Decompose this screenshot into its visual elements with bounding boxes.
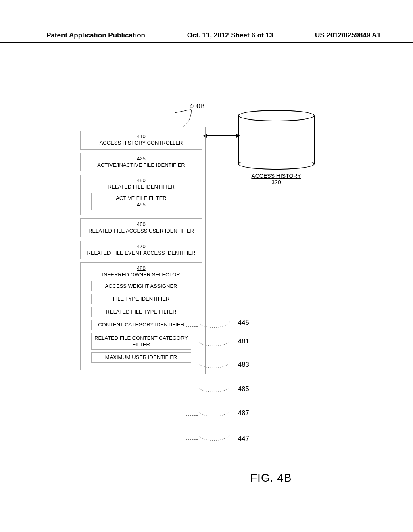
- callout-leader: [186, 345, 198, 345]
- header-right: US 2012/0259849 A1: [315, 31, 381, 39]
- submodule-name: FILE TYPE IDENTIFIER: [113, 296, 170, 302]
- callout-leader: [186, 326, 198, 327]
- callout-487: 487: [238, 409, 249, 417]
- submodule-485: CONTENT CATEGORY IDENTIFIER: [91, 320, 191, 330]
- database-cylinder-icon: ACCESS HISTORY 320: [238, 110, 315, 168]
- module-name: ACTIVE/INACTIVE FILE IDENTIFIER: [97, 162, 185, 168]
- callout-leader: [186, 415, 198, 416]
- module-ref: 460: [137, 221, 146, 227]
- submodule-name: RELATED FILE CONTENT CATEGORY FILTER: [94, 335, 188, 347]
- callout-leader: [186, 439, 198, 440]
- database-title: ACCESS HISTORY: [251, 172, 301, 179]
- db-connector-line: [206, 135, 238, 136]
- page-header: Patent Application Publication Oct. 11, …: [0, 31, 413, 43]
- system-ref-leader: [177, 110, 192, 127]
- callout-curve: [198, 434, 230, 441]
- submodule-455: ACTIVE FILE FILTER 455: [91, 193, 191, 210]
- callout-485: 485: [238, 385, 249, 393]
- callout-481: 481: [238, 338, 249, 345]
- callout-447: 447: [238, 435, 249, 443]
- module-ref: 425: [137, 156, 146, 162]
- submodule-name: ACCESS WEIGHT ASSIGNER: [105, 283, 177, 289]
- callout-483: 483: [238, 361, 249, 368]
- module-ref: 470: [137, 243, 146, 249]
- header-center: Oct. 11, 2012 Sheet 6 of 13: [187, 31, 273, 39]
- callout-curve: [198, 409, 230, 416]
- module-470: 470 RELATED FILE EVENT ACCESS IDENTIFIER: [80, 241, 202, 260]
- submodule-445: ACCESS WEIGHT ASSIGNER: [91, 281, 191, 291]
- header-left: Patent Application Publication: [46, 31, 145, 39]
- module-425: 425 ACTIVE/INACTIVE FILE IDENTIFIER: [80, 153, 202, 172]
- figure-label: FIG. 4B: [250, 472, 292, 484]
- submodule-name: CONTENT CATEGORY IDENTIFIER: [98, 322, 184, 328]
- main-module-column: 410 ACCESS HISTORY CONTROLLER 425 ACTIVE…: [77, 127, 206, 374]
- module-name: RELATED FILE EVENT ACCESS IDENTIFIER: [87, 250, 196, 256]
- database-ref: 320: [238, 179, 315, 185]
- module-name: ACCESS HISTORY CONTROLLER: [100, 140, 183, 146]
- callout-leader: [186, 367, 198, 367]
- module-name: RELATED FILE IDENTIFIER: [108, 184, 175, 190]
- database-label: ACCESS HISTORY 320: [238, 172, 315, 185]
- submodule-name: RELATED FILE TYPE FILTER: [106, 309, 177, 315]
- callout-leader: [186, 391, 198, 391]
- module-ref: 410: [137, 133, 146, 139]
- callout-445: 445: [238, 319, 249, 326]
- module-480: 480 INFERRED OWNER SELECTOR ACCESS WEIGH…: [80, 262, 202, 370]
- submodule-447: MAXIMUM USER IDENTIFIER: [91, 352, 191, 363]
- module-name: RELATED FILE ACCESS USER IDENTIFIER: [88, 228, 194, 234]
- module-name: INFERRED OWNER SELECTOR: [102, 272, 180, 278]
- callout-curve: [198, 385, 230, 392]
- submodule-ref: 455: [137, 202, 146, 208]
- module-450: 450 RELATED FILE IDENTIFIER ACTIVE FILE …: [80, 175, 202, 215]
- submodule-483: RELATED FILE TYPE FILTER: [91, 307, 191, 317]
- submodule-name: ACTIVE FILE FILTER: [116, 195, 166, 201]
- submodule-name: MAXIMUM USER IDENTIFIER: [105, 354, 177, 360]
- system-ref-label: 400B: [190, 103, 204, 110]
- module-410: 410 ACCESS HISTORY CONTROLLER: [80, 131, 202, 150]
- submodule-487: RELATED FILE CONTENT CATEGORY FILTER: [91, 333, 191, 350]
- submodule-481: FILE TYPE IDENTIFIER: [91, 294, 191, 304]
- module-ref: 450: [137, 177, 146, 183]
- module-ref: 480: [137, 265, 146, 271]
- module-460: 460 RELATED FILE ACCESS USER IDENTIFIER: [80, 218, 202, 237]
